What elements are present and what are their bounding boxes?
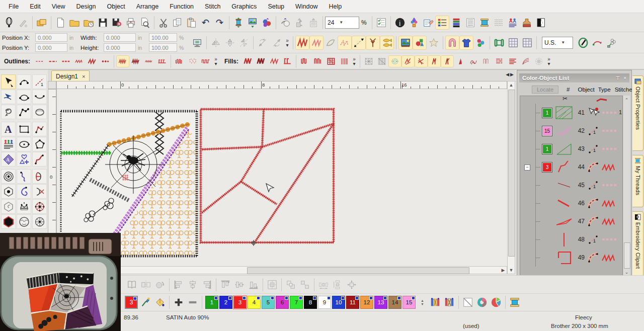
satin-path-icon[interactable] [338, 36, 352, 50]
tool-hex-outline[interactable] [1, 199, 16, 214]
hoop-grid-icon[interactable] [520, 36, 534, 50]
tool-select[interactable] [1, 74, 16, 89]
print-icon[interactable] [124, 16, 138, 30]
outline-run-icon[interactable] [33, 55, 46, 67]
tool-swirl-2[interactable] [17, 184, 31, 199]
align-top-icon[interactable] [218, 278, 232, 292]
object-list-row-45[interactable]: −451 [520, 176, 622, 194]
jump-stitch-icon[interactable] [352, 36, 366, 50]
palette-color-1[interactable]: 1 [205, 296, 218, 309]
tool-squiggle[interactable] [17, 169, 31, 184]
remove-color-icon[interactable] [186, 295, 200, 309]
combine-icon[interactable] [284, 278, 298, 292]
palette-color-8[interactable]: 8 [304, 296, 317, 309]
tool-curve-edit[interactable] [17, 74, 31, 89]
tool-curve-split[interactable] [32, 169, 47, 184]
convert-artwork-icon[interactable] [413, 36, 427, 50]
measure-icon[interactable] [576, 36, 590, 50]
mirror-diagonal-icon[interactable] [237, 36, 251, 50]
align-left-icon[interactable] [172, 278, 186, 292]
open-book-icon[interactable] [125, 278, 139, 292]
tool-circle-rings[interactable] [1, 169, 16, 184]
thread-chart-icon[interactable] [428, 295, 442, 309]
object-list-row-46[interactable]: −46 [520, 194, 622, 212]
sequence-view-icon[interactable] [463, 16, 477, 30]
tool-wheel-2[interactable] [32, 214, 47, 229]
object-list-row-41[interactable]: −1411 [520, 104, 622, 122]
upload-hoop-icon[interactable] [306, 16, 320, 30]
palette-color-13[interactable]: 13 [374, 296, 387, 309]
design-canvas[interactable] [56, 89, 508, 266]
outline-run2-icon[interactable] [46, 55, 59, 67]
multi-hooping-icon[interactable] [473, 36, 488, 50]
add-color-icon[interactable] [172, 295, 186, 309]
scale-y-field[interactable]: 100.00 [149, 43, 177, 52]
locate-button[interactable]: Locate [532, 86, 558, 94]
fill-bucket-icon[interactable] [153, 295, 167, 309]
outline-satin-icon[interactable] [86, 55, 99, 67]
side-tab-object-properties[interactable]: Object Properties [632, 75, 643, 151]
color-wheel-icon[interactable] [475, 295, 489, 309]
tool-line-1[interactable]: 1 [32, 74, 47, 89]
design-center-icon[interactable] [407, 16, 421, 30]
menu-object[interactable]: Object [102, 2, 131, 12]
palette-color-14[interactable]: 14 [388, 296, 401, 309]
outline-sketch-icon[interactable] [186, 55, 199, 67]
design-info-icon[interactable]: i [393, 16, 407, 30]
contrast-icon[interactable] [534, 16, 548, 30]
color-swatch[interactable]: 1 [542, 144, 552, 154]
tool-monogram[interactable]: A [1, 152, 16, 167]
menu-help[interactable]: Help [324, 2, 348, 12]
tool-text[interactable]: A [1, 122, 16, 136]
tool-curve-cut[interactable] [32, 184, 47, 199]
inkpen-icon[interactable] [16, 16, 30, 30]
side-tab-embroidery-clipart[interactable]: Embroidery Clipart [632, 211, 643, 281]
fill-weave-icon[interactable] [325, 55, 338, 67]
fill-spike2-icon[interactable] [441, 55, 454, 67]
outline-run3-icon[interactable] [59, 55, 72, 67]
break-apart-icon[interactable] [298, 278, 312, 292]
units-select[interactable]: U.S.▼ [542, 37, 573, 49]
cut-icon[interactable] [156, 16, 171, 30]
save-design-icon[interactable] [110, 16, 124, 30]
align-right-icon[interactable] [200, 278, 214, 292]
outline-square-wave-icon[interactable] [199, 55, 212, 67]
mirror-horizontal-icon[interactable] [209, 36, 223, 50]
tool-polyline[interactable] [32, 122, 47, 136]
space-vertical-icon[interactable] [331, 278, 345, 292]
fill-zig-icon[interactable] [268, 55, 281, 67]
redo-icon[interactable]: ↷ [213, 16, 227, 30]
vertical-scrollbar[interactable]: ▲ ▼ [507, 81, 515, 274]
grid-icon[interactable] [506, 36, 520, 50]
center-design-icon[interactable] [265, 278, 279, 292]
tool-shapes[interactable] [17, 152, 31, 167]
align-center-h-icon[interactable] [186, 278, 200, 292]
garment-icon[interactable] [459, 36, 473, 50]
save-icon[interactable] [96, 16, 110, 30]
thread-chart2-icon[interactable] [442, 295, 456, 309]
horizontal-scrollbar[interactable]: ◀ ▶ [56, 266, 507, 274]
fill-scribble-icon[interactable] [401, 55, 415, 67]
position-y-field[interactable]: 0.000 [35, 43, 67, 52]
open-recent-icon[interactable] [82, 16, 96, 30]
upload-icon[interactable] [292, 16, 306, 30]
tool-direct-select[interactable] [1, 90, 16, 104]
menu-edit[interactable]: Edit [24, 2, 46, 12]
color-cube-icon[interactable] [489, 295, 503, 309]
fill-lace-icon[interactable] [532, 55, 545, 67]
tool-pentagon[interactable] [32, 137, 47, 151]
undo-icon[interactable]: ↶ [199, 16, 213, 30]
outline-satin2-icon[interactable] [116, 55, 129, 67]
fill-lattice-icon[interactable] [362, 55, 375, 67]
width-field[interactable]: 0.000 [104, 33, 136, 42]
palette-color-9[interactable]: 9 [318, 296, 331, 309]
rotate-ball-icon[interactable] [153, 278, 167, 292]
tool-poly-curve[interactable] [17, 105, 31, 119]
arc-path-icon[interactable] [590, 36, 604, 50]
open-icon[interactable] [67, 16, 82, 30]
send-to-machine-icon[interactable] [231, 16, 246, 30]
sew-simulator-icon[interactable] [190, 36, 204, 50]
menu-design[interactable]: Design [71, 2, 102, 12]
load-image-icon[interactable] [398, 36, 413, 50]
stipple-icon[interactable] [492, 16, 506, 30]
